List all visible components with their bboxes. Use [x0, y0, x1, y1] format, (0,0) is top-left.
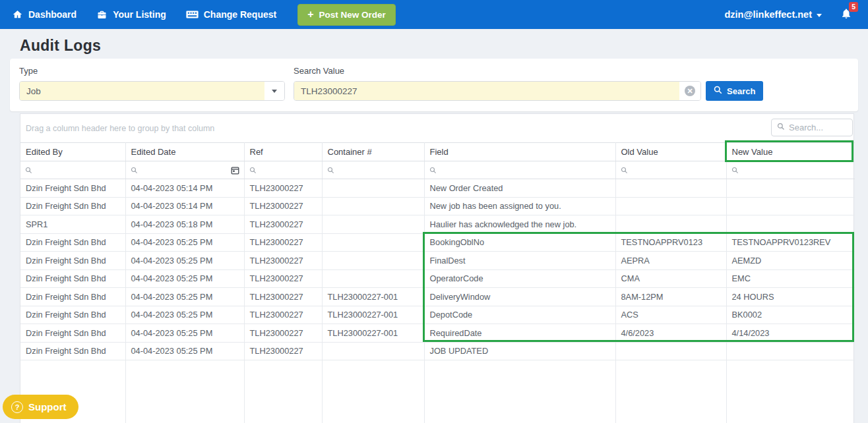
post-new-order-label: Post New Order [319, 10, 386, 20]
filter-input-old-value[interactable] [615, 161, 726, 179]
filter-input-edited-by[interactable] [20, 161, 125, 179]
table-cell [615, 197, 726, 215]
type-select[interactable]: Job [19, 81, 285, 101]
home-icon [12, 9, 23, 20]
column-header-edited-by[interactable]: Edited By [20, 143, 125, 161]
table-cell: BookingOblNo [424, 233, 615, 252]
column-header-container[interactable]: Container # [322, 143, 424, 161]
support-button[interactable]: ? Support [3, 395, 78, 419]
support-label: Support [28, 401, 67, 412]
table-cell: TLH23000227 [244, 233, 322, 252]
table-cell [615, 215, 726, 234]
search-button[interactable]: Search [706, 81, 763, 101]
clear-circle-icon: ✕ [685, 86, 695, 96]
table-row[interactable]: Dzin Freight Sdn Bhd04-04-2023 05:14 PMT… [20, 179, 855, 198]
type-field-group: Type Job [19, 66, 285, 101]
empty-cell [726, 360, 855, 423]
table-cell: TLH23000227 [244, 215, 322, 234]
table-row[interactable]: Dzin Freight Sdn Bhd04-04-2023 05:25 PMT… [20, 269, 855, 288]
audit-log-grid: Drag a column header here to group by th… [20, 113, 854, 423]
empty-cell [244, 360, 322, 423]
audit-table: Edited By Edited Date Ref Container # Fi… [20, 142, 855, 423]
table-cell: Dzin Freight Sdn Bhd [20, 179, 125, 198]
table-row[interactable]: Dzin Freight Sdn Bhd04-04-2023 05:25 PMT… [20, 342, 855, 360]
search-value-text: TLH23000227 [294, 82, 679, 100]
table-cell [615, 179, 726, 198]
clear-search-button[interactable]: ✕ [679, 82, 700, 100]
nav-left: Dashboard Your Listing Change Request + … [12, 4, 396, 26]
table-cell: TLH23000227-001 [322, 288, 424, 306]
filter-card: Type Job Search Value TLH23000227 ✕ [10, 59, 858, 111]
search-icon [714, 86, 722, 96]
notifications-button[interactable]: 5 [840, 7, 852, 22]
table-row[interactable]: Dzin Freight Sdn Bhd04-04-2023 05:14 PMT… [20, 197, 855, 215]
table-cell: AEPRA [615, 252, 726, 270]
grid-search-input[interactable]: Search... [771, 119, 853, 136]
table-cell: TESTNOAPPRV0123REV [726, 233, 855, 252]
table-cell [726, 197, 855, 215]
table-header-row: Edited By Edited Date Ref Container # Fi… [20, 143, 855, 161]
table-cell: AEMZD [726, 252, 855, 270]
user-account-menu[interactable]: dzin@linkeffect.net [724, 9, 822, 20]
type-select-arrow[interactable] [264, 82, 284, 100]
filter-input-container[interactable] [322, 161, 424, 179]
nav-right: dzin@linkeffect.net 5 [724, 7, 856, 22]
table-row[interactable]: Dzin Freight Sdn Bhd04-04-2023 05:25 PMT… [20, 252, 855, 270]
nav-item-label: Change Request [204, 9, 276, 20]
table-cell [322, 179, 424, 198]
table-cell: TLH23000227 [244, 342, 322, 360]
search-icon [777, 123, 785, 132]
group-by-panel[interactable]: Drag a column header here to group by th… [20, 114, 853, 142]
table-cell: TLH23000227 [244, 197, 322, 215]
nav-item-change-request[interactable]: Change Request [186, 9, 276, 20]
column-header-new-value[interactable]: New Value [726, 143, 855, 161]
search-value-input[interactable]: TLH23000227 ✕ [294, 81, 701, 101]
table-cell: 4/6/2023 [615, 324, 726, 343]
table-cell: 04-04-2023 05:25 PM [125, 252, 244, 270]
grid-search-placeholder: Search... [789, 123, 823, 132]
table-row[interactable]: SPR104-04-2023 05:18 PMTLH23000227Haulie… [20, 215, 855, 234]
notification-count-badge: 5 [849, 2, 858, 12]
filter-input-new-value[interactable] [726, 161, 855, 179]
search-icon [249, 167, 257, 174]
table-cell: ACS [615, 306, 726, 324]
table-row[interactable]: Dzin Freight Sdn Bhd04-04-2023 05:25 PMT… [20, 324, 855, 343]
table-cell: DeliveryWindow [424, 288, 615, 306]
column-header-ref[interactable]: Ref [244, 143, 322, 161]
nav-item-your-listing[interactable]: Your Listing [96, 9, 166, 20]
table-row[interactable]: Dzin Freight Sdn Bhd04-04-2023 05:25 PMT… [20, 306, 855, 324]
filter-row [20, 161, 855, 179]
table-cell: Haulier has acknowledged the new job. [424, 215, 615, 234]
nav-item-dashboard[interactable]: Dashboard [12, 9, 77, 20]
table-cell: 04-04-2023 05:14 PM [125, 179, 244, 198]
top-navbar: Dashboard Your Listing Change Request + … [0, 0, 868, 29]
page-title: Audit Logs [20, 37, 101, 55]
post-new-order-button[interactable]: + Post New Order [297, 4, 396, 26]
search-value-label: Search Value [294, 66, 849, 76]
table-cell: Dzin Freight Sdn Bhd [20, 288, 125, 306]
search-icon [25, 167, 32, 174]
search-button-label: Search [727, 86, 755, 96]
filter-input-ref[interactable] [244, 161, 322, 179]
calendar-icon[interactable] [231, 166, 239, 175]
table-cell: 04-04-2023 05:25 PM [125, 306, 244, 324]
table-cell: BK0002 [726, 306, 855, 324]
table-cell: Dzin Freight Sdn Bhd [20, 306, 125, 324]
empty-cell [615, 360, 726, 423]
table-cell: TLH23000227 [244, 324, 322, 343]
table-row[interactable]: Dzin Freight Sdn Bhd04-04-2023 05:25 PMT… [20, 288, 855, 306]
table-cell: 04-04-2023 05:14 PM [125, 197, 244, 215]
table-cell: EMC [726, 269, 855, 288]
table-cell [322, 215, 424, 234]
column-header-field[interactable]: Field [424, 143, 615, 161]
table-cell: 04-04-2023 05:25 PM [125, 324, 244, 343]
table-cell: Dzin Freight Sdn Bhd [20, 252, 125, 270]
table-cell: 24 HOURS [726, 288, 855, 306]
filter-input-edited-date[interactable] [125, 161, 244, 179]
column-header-edited-date[interactable]: Edited Date [125, 143, 244, 161]
filter-input-field[interactable] [424, 161, 615, 179]
column-header-old-value[interactable]: Old Value [615, 143, 726, 161]
briefcase-icon [96, 9, 108, 20]
table-cell: Dzin Freight Sdn Bhd [20, 269, 125, 288]
table-row[interactable]: Dzin Freight Sdn Bhd04-04-2023 05:25 PMT… [20, 233, 855, 252]
